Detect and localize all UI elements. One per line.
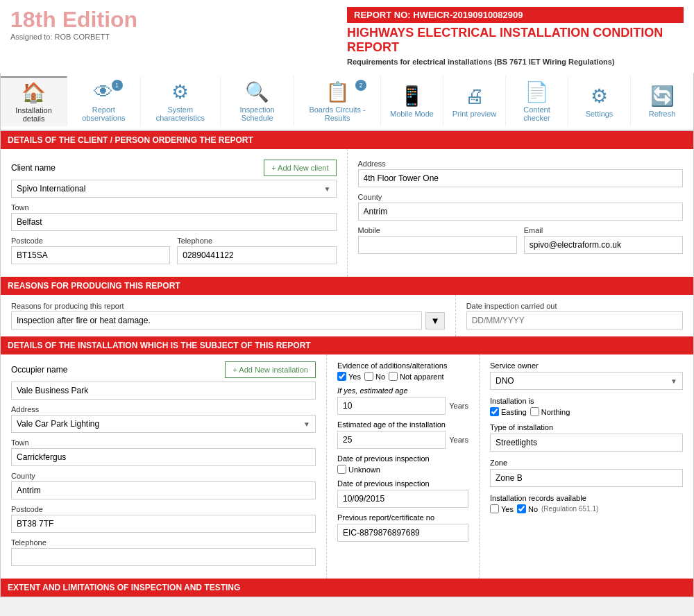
- tab-installation-details[interactable]: 🏠 Installation details: [1, 76, 67, 126]
- install-town-input[interactable]: [11, 448, 316, 466]
- client-right-col: Address County Mobile Email: [348, 149, 694, 277]
- install-mid-col: Evidence of additions/alterations Yes No…: [327, 354, 480, 579]
- client-name-select[interactable]: Spivo International: [11, 180, 337, 198]
- easting-label[interactable]: Easting: [490, 407, 527, 416]
- evidence-not-apparent-checkbox[interactable]: [389, 372, 398, 381]
- reasons-input[interactable]: [11, 311, 422, 330]
- gear-icon: ⚙: [171, 80, 189, 103]
- add-new-installation-button[interactable]: + Add New installation: [225, 361, 316, 378]
- occupier-name-input[interactable]: [11, 382, 316, 400]
- email-input[interactable]: [524, 236, 683, 254]
- tab-label: Inspection Schedule: [228, 105, 287, 122]
- address-input[interactable]: [358, 169, 684, 187]
- installation-is-label: Installation is: [490, 397, 683, 405]
- install-county-input[interactable]: [11, 481, 316, 499]
- add-new-client-button[interactable]: + Add New client: [264, 160, 336, 176]
- install-address-select[interactable]: Vale Car Park Lighting: [11, 415, 316, 433]
- town-input[interactable]: [11, 213, 337, 231]
- postcode-input[interactable]: [11, 246, 170, 264]
- tab-inspection-schedule[interactable]: 🔍 Inspection Schedule: [221, 76, 294, 126]
- service-owner-select-wrapper: DNO: [490, 372, 683, 390]
- client-name-label: Client name: [11, 163, 56, 173]
- date-inspection-label: Date inspection carried out: [466, 302, 683, 310]
- tab-settings[interactable]: ⚙ Settings: [568, 76, 631, 126]
- reasons-right-col: Date inspection carried out: [456, 295, 693, 336]
- date-prev-inspection-input[interactable]: [337, 490, 468, 508]
- date-inspection-group: Date inspection carried out: [466, 302, 683, 330]
- evidence-yes-label[interactable]: Yes: [337, 372, 361, 381]
- badge-1: 1: [112, 80, 123, 91]
- town-group: Town: [11, 203, 337, 231]
- northing-label[interactable]: Northing: [530, 407, 570, 416]
- county-input[interactable]: [358, 203, 684, 221]
- occupier-name-label: Occupier name: [11, 365, 67, 375]
- install-telephone-group: Telephone: [11, 538, 316, 566]
- install-telephone-input[interactable]: [11, 548, 316, 566]
- report-no-bar: REPORT NO: HWEICR-20190910082909: [347, 7, 684, 23]
- unknown-checkbox-group: Unknown: [337, 465, 468, 474]
- tab-print-preview[interactable]: 🖨 Print preview: [443, 76, 506, 126]
- reasons-label: Reasons for producing this report: [11, 302, 445, 310]
- type-of-installation-label: Type of installation: [490, 423, 683, 431]
- install-address-select-wrapper: Vale Car Park Lighting: [11, 415, 316, 433]
- install-telephone-label: Telephone: [11, 538, 316, 547]
- eye-icon: 👁: [94, 80, 113, 103]
- assigned-to: Assigned to: ROB CORBETT: [10, 33, 347, 41]
- records-yes-label[interactable]: Yes: [490, 504, 514, 513]
- records-yes-checkbox[interactable]: [490, 504, 499, 513]
- telephone-group: Telephone: [177, 237, 336, 264]
- records-no-label[interactable]: No: [517, 504, 538, 513]
- tab-refresh[interactable]: 🔄 Refresh: [631, 76, 693, 126]
- document-icon: 📄: [525, 80, 549, 103]
- install-postcode-input[interactable]: [11, 515, 316, 533]
- estimated-age-input[interactable]: [337, 431, 446, 449]
- tab-report-observations[interactable]: 👁 1 Report observations: [67, 76, 141, 126]
- install-county-label: County: [11, 472, 316, 480]
- installation-section-header: DETAILS OF THE INSTALLATION WHICH IS THE…: [1, 336, 693, 354]
- records-no-checkbox[interactable]: [517, 504, 526, 513]
- if-yes-age-label: If yes, estimated age: [337, 386, 468, 395]
- tab-content-checker[interactable]: 📄 Content checker: [506, 76, 568, 126]
- evidence-no-checkbox[interactable]: [364, 372, 373, 381]
- evidence-no-label[interactable]: No: [364, 372, 385, 381]
- unknown-label[interactable]: Unknown: [337, 465, 380, 474]
- reasons-dropdown-button[interactable]: ▼: [425, 312, 444, 330]
- northing-checkbox[interactable]: [530, 407, 539, 416]
- tab-boards-circuits-results[interactable]: 📋 2 Boards Circuits - Results: [294, 76, 381, 126]
- type-of-installation-input[interactable]: [490, 434, 683, 452]
- tab-mobile-mode[interactable]: 📱 Mobile Mode: [381, 76, 443, 126]
- date-prev-inspection-label: Date of previous inspection: [337, 454, 468, 463]
- years-label-1: Years: [449, 402, 468, 410]
- if-yes-age-input[interactable]: [337, 397, 446, 415]
- address-group: Address: [358, 160, 684, 187]
- easting-checkbox[interactable]: [490, 407, 499, 416]
- county-group: County: [358, 193, 684, 221]
- installation-form: Occupier name + Add New installation Add…: [1, 354, 693, 579]
- evidence-yes-checkbox[interactable]: [337, 372, 346, 381]
- header-right: REPORT NO: HWEICR-20190910082909 HIGHWAY…: [347, 7, 684, 66]
- estimated-age-row: Years: [337, 431, 468, 449]
- service-owner-select[interactable]: DNO: [490, 372, 683, 390]
- if-yes-age-row: Years: [337, 397, 468, 415]
- mobile-input[interactable]: [358, 236, 517, 254]
- county-label: County: [358, 193, 684, 201]
- zone-label: Zone: [490, 459, 683, 467]
- tab-system-characteristics[interactable]: ⚙ System characteristics: [141, 76, 221, 126]
- report-subtitle: Requirements for electrical installation…: [347, 58, 684, 66]
- zone-input[interactable]: [490, 469, 683, 487]
- unknown-checkbox[interactable]: [337, 465, 346, 474]
- installation-is-checkboxes: Easting Northing: [490, 407, 683, 416]
- settings-icon: ⚙: [591, 85, 608, 108]
- address-label: Address: [358, 160, 684, 168]
- install-address-label: Address: [11, 405, 316, 413]
- client-name-header-row: Client name + Add New client: [11, 156, 337, 180]
- evidence-not-apparent-label[interactable]: Not apparent: [389, 372, 444, 381]
- prev-report-input[interactable]: [337, 524, 468, 542]
- telephone-input[interactable]: [177, 246, 336, 264]
- client-name-select-wrapper: Spivo International: [11, 180, 337, 198]
- tab-label: Report observations: [74, 105, 133, 122]
- date-inspection-input[interactable]: [466, 311, 683, 330]
- evidence-label: Evidence of additions/alterations: [337, 361, 468, 370]
- refresh-icon: 🔄: [650, 85, 675, 108]
- app-header: 18th Edition Assigned to: ROB CORBETT RE…: [0, 0, 694, 73]
